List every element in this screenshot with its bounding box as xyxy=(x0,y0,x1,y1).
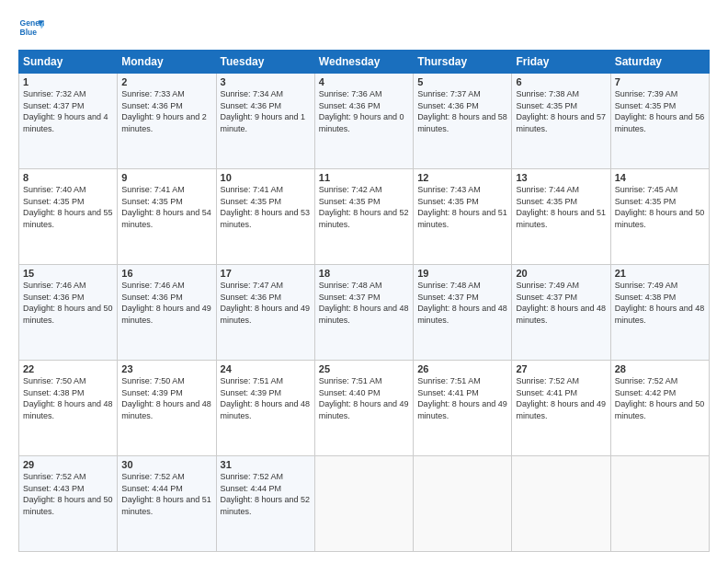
header: General Blue xyxy=(18,15,710,40)
day-info: Sunrise: 7:48 AMSunset: 4:37 PMDaylight:… xyxy=(319,280,409,326)
day-number: 14 xyxy=(615,172,705,183)
calendar-cell: 2Sunrise: 7:33 AMSunset: 4:36 PMDaylight… xyxy=(118,74,216,169)
day-info: Sunrise: 7:49 AMSunset: 4:37 PMDaylight:… xyxy=(516,280,606,326)
day-info: Sunrise: 7:52 AMSunset: 4:44 PMDaylight:… xyxy=(221,471,311,517)
calendar-cell: 17Sunrise: 7:47 AMSunset: 4:36 PMDayligh… xyxy=(216,265,314,361)
day-number: 16 xyxy=(121,268,211,279)
day-number: 28 xyxy=(615,363,705,374)
calendar-cell: 9Sunrise: 7:41 AMSunset: 4:35 PMDaylight… xyxy=(118,169,216,265)
day-number: 5 xyxy=(417,76,507,87)
calendar-week-5: 29Sunrise: 7:52 AMSunset: 4:43 PMDayligh… xyxy=(19,456,710,552)
page: General Blue SundayMondayTuesdayWednesda… xyxy=(0,0,728,563)
weekday-header-thursday: Thursday xyxy=(414,51,512,74)
day-info: Sunrise: 7:41 AMSunset: 4:35 PMDaylight:… xyxy=(121,184,211,230)
calendar-cell: 21Sunrise: 7:49 AMSunset: 4:38 PMDayligh… xyxy=(610,265,709,361)
calendar-cell: 6Sunrise: 7:38 AMSunset: 4:35 PMDaylight… xyxy=(512,74,610,169)
day-info: Sunrise: 7:43 AMSunset: 4:35 PMDaylight:… xyxy=(417,184,507,230)
day-info: Sunrise: 7:42 AMSunset: 4:35 PMDaylight:… xyxy=(319,184,409,230)
calendar-cell: 26Sunrise: 7:51 AMSunset: 4:41 PMDayligh… xyxy=(414,361,512,456)
calendar-cell: 10Sunrise: 7:41 AMSunset: 4:35 PMDayligh… xyxy=(216,169,314,265)
day-number: 22 xyxy=(23,363,113,374)
calendar-cell: 11Sunrise: 7:42 AMSunset: 4:35 PMDayligh… xyxy=(314,169,413,265)
day-info: Sunrise: 7:52 AMSunset: 4:44 PMDaylight:… xyxy=(121,471,211,517)
weekday-header-row: SundayMondayTuesdayWednesdayThursdayFrid… xyxy=(19,51,710,74)
day-number: 20 xyxy=(516,268,606,279)
calendar-cell: 4Sunrise: 7:36 AMSunset: 4:36 PMDaylight… xyxy=(314,74,413,169)
calendar-cell: 25Sunrise: 7:51 AMSunset: 4:40 PMDayligh… xyxy=(314,361,413,456)
day-number: 26 xyxy=(417,363,507,374)
calendar-week-2: 8Sunrise: 7:40 AMSunset: 4:35 PMDaylight… xyxy=(19,169,710,265)
day-info: Sunrise: 7:51 AMSunset: 4:40 PMDaylight:… xyxy=(319,375,409,421)
calendar-cell: 31Sunrise: 7:52 AMSunset: 4:44 PMDayligh… xyxy=(216,456,314,552)
day-number: 4 xyxy=(319,76,409,87)
day-info: Sunrise: 7:38 AMSunset: 4:35 PMDaylight:… xyxy=(516,88,606,134)
day-number: 31 xyxy=(221,459,311,470)
calendar-cell: 16Sunrise: 7:46 AMSunset: 4:36 PMDayligh… xyxy=(118,265,216,361)
calendar-week-1: 1Sunrise: 7:32 AMSunset: 4:37 PMDaylight… xyxy=(19,74,710,169)
day-number: 13 xyxy=(516,172,606,183)
calendar-header: SundayMondayTuesdayWednesdayThursdayFrid… xyxy=(19,51,710,74)
calendar-cell: 8Sunrise: 7:40 AMSunset: 4:35 PMDaylight… xyxy=(19,169,118,265)
day-number: 6 xyxy=(516,76,606,87)
day-number: 15 xyxy=(23,268,113,279)
day-number: 1 xyxy=(23,76,113,87)
weekday-header-wednesday: Wednesday xyxy=(314,51,413,74)
calendar-cell: 7Sunrise: 7:39 AMSunset: 4:35 PMDaylight… xyxy=(610,74,709,169)
day-info: Sunrise: 7:52 AMSunset: 4:42 PMDaylight:… xyxy=(615,375,705,421)
calendar-cell: 15Sunrise: 7:46 AMSunset: 4:36 PMDayligh… xyxy=(19,265,118,361)
logo: General Blue xyxy=(18,15,48,40)
day-info: Sunrise: 7:45 AMSunset: 4:35 PMDaylight:… xyxy=(615,184,705,230)
day-info: Sunrise: 7:46 AMSunset: 4:36 PMDaylight:… xyxy=(121,280,211,326)
day-info: Sunrise: 7:44 AMSunset: 4:35 PMDaylight:… xyxy=(516,184,606,230)
day-info: Sunrise: 7:51 AMSunset: 4:39 PMDaylight:… xyxy=(221,375,311,421)
svg-text:Blue: Blue xyxy=(20,28,38,37)
calendar-cell xyxy=(414,456,512,552)
day-info: Sunrise: 7:33 AMSunset: 4:36 PMDaylight:… xyxy=(121,88,211,134)
day-number: 27 xyxy=(516,363,606,374)
calendar-cell: 22Sunrise: 7:50 AMSunset: 4:38 PMDayligh… xyxy=(19,361,118,456)
day-info: Sunrise: 7:41 AMSunset: 4:35 PMDaylight:… xyxy=(221,184,311,230)
calendar-table: SundayMondayTuesdayWednesdayThursdayFrid… xyxy=(18,50,710,552)
weekday-header-friday: Friday xyxy=(512,51,610,74)
day-info: Sunrise: 7:32 AMSunset: 4:37 PMDaylight:… xyxy=(23,88,113,134)
calendar-week-4: 22Sunrise: 7:50 AMSunset: 4:38 PMDayligh… xyxy=(19,361,710,456)
calendar-cell xyxy=(314,456,413,552)
day-info: Sunrise: 7:52 AMSunset: 4:43 PMDaylight:… xyxy=(23,471,113,517)
calendar-cell: 30Sunrise: 7:52 AMSunset: 4:44 PMDayligh… xyxy=(118,456,216,552)
day-number: 19 xyxy=(417,268,507,279)
day-info: Sunrise: 7:37 AMSunset: 4:36 PMDaylight:… xyxy=(417,88,507,134)
weekday-header-sunday: Sunday xyxy=(19,51,118,74)
calendar-body: 1Sunrise: 7:32 AMSunset: 4:37 PMDaylight… xyxy=(19,74,710,552)
calendar-cell: 12Sunrise: 7:43 AMSunset: 4:35 PMDayligh… xyxy=(414,169,512,265)
weekday-header-monday: Monday xyxy=(118,51,216,74)
day-number: 17 xyxy=(221,268,311,279)
day-info: Sunrise: 7:48 AMSunset: 4:37 PMDaylight:… xyxy=(417,280,507,326)
weekday-header-saturday: Saturday xyxy=(610,51,709,74)
weekday-header-tuesday: Tuesday xyxy=(216,51,314,74)
day-info: Sunrise: 7:49 AMSunset: 4:38 PMDaylight:… xyxy=(615,280,705,326)
day-number: 9 xyxy=(121,172,211,183)
calendar-cell: 14Sunrise: 7:45 AMSunset: 4:35 PMDayligh… xyxy=(610,169,709,265)
day-number: 3 xyxy=(221,76,311,87)
day-number: 7 xyxy=(615,76,705,87)
calendar-cell: 27Sunrise: 7:52 AMSunset: 4:41 PMDayligh… xyxy=(512,361,610,456)
day-info: Sunrise: 7:50 AMSunset: 4:38 PMDaylight:… xyxy=(23,375,113,421)
day-info: Sunrise: 7:40 AMSunset: 4:35 PMDaylight:… xyxy=(23,184,113,230)
calendar-cell: 29Sunrise: 7:52 AMSunset: 4:43 PMDayligh… xyxy=(19,456,118,552)
calendar-cell: 13Sunrise: 7:44 AMSunset: 4:35 PMDayligh… xyxy=(512,169,610,265)
calendar-cell: 19Sunrise: 7:48 AMSunset: 4:37 PMDayligh… xyxy=(414,265,512,361)
calendar-cell xyxy=(512,456,610,552)
calendar-cell xyxy=(610,456,709,552)
day-info: Sunrise: 7:46 AMSunset: 4:36 PMDaylight:… xyxy=(23,280,113,326)
calendar-cell: 20Sunrise: 7:49 AMSunset: 4:37 PMDayligh… xyxy=(512,265,610,361)
day-number: 23 xyxy=(121,363,211,374)
day-number: 18 xyxy=(319,268,409,279)
calendar-cell: 3Sunrise: 7:34 AMSunset: 4:36 PMDaylight… xyxy=(216,74,314,169)
calendar-cell: 24Sunrise: 7:51 AMSunset: 4:39 PMDayligh… xyxy=(216,361,314,456)
calendar-cell: 23Sunrise: 7:50 AMSunset: 4:39 PMDayligh… xyxy=(118,361,216,456)
day-number: 11 xyxy=(319,172,409,183)
day-number: 10 xyxy=(221,172,311,183)
day-info: Sunrise: 7:47 AMSunset: 4:36 PMDaylight:… xyxy=(221,280,311,326)
day-number: 30 xyxy=(121,459,211,470)
day-number: 2 xyxy=(121,76,211,87)
